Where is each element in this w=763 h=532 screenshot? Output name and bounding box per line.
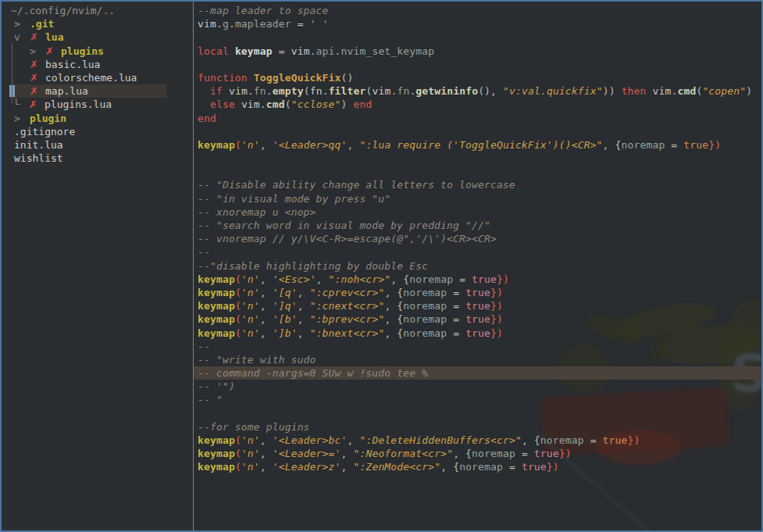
tree-item-colorscheme-lua[interactable]: ✗colorscheme.lua: [2, 71, 193, 84]
editor-line[interactable]: -- vnoremap // y/\V<C-R>=escape(@",'/\')…: [194, 232, 761, 245]
git-modified-icon: ✗: [29, 98, 45, 111]
tree-collapsed-icon: >: [30, 45, 45, 58]
tree-item-wishlist[interactable]: wishlist: [2, 152, 193, 165]
tree-item-lua[interactable]: v✗lua: [2, 30, 193, 44]
tree-item-plugins[interactable]: >✗plugins: [2, 45, 193, 58]
tree-item-gitignore[interactable]: .gitignore: [2, 125, 193, 138]
tree-item-label: basic.lua: [45, 59, 100, 70]
editor-line[interactable]: --map leader to space: [194, 4, 761, 17]
git-modified-icon: ✗: [30, 58, 45, 71]
tree-indent-guide: [12, 43, 12, 103]
tree-corner-icon: └: [13, 98, 29, 111]
editor-line[interactable]: -- "search word in visual mode by preddi…: [194, 219, 761, 232]
tree-item-map-lua[interactable]: ✗map.lua: [2, 84, 193, 98]
tree-item-label: map.lua: [45, 85, 88, 97]
file-tree-panel: ~/.config/nvim/.. >.gitv✗lua>✗plugins✗ba…: [2, 2, 194, 530]
editor-line[interactable]: [194, 125, 761, 138]
editor-line[interactable]: local keymap = vim.api.nvim_set_keymap: [194, 45, 761, 58]
editor-line[interactable]: end: [194, 112, 761, 125]
tree-item-label: plugin: [30, 112, 66, 124]
editor-line[interactable]: -- ": [194, 393, 761, 406]
tree-expanded-icon: v: [14, 30, 30, 44]
tree-item-init-lua[interactable]: init.lua: [2, 138, 193, 152]
tree-item-label: plugins.lua: [45, 98, 112, 110]
editor-line[interactable]: [194, 30, 761, 44]
editor-line[interactable]: keymap('n', '<Leader>bc', ":DeleteHidden…: [194, 434, 761, 447]
tree-item-label: plugins: [61, 45, 104, 57]
code-buffer: --map leader to spacevim.g.mapleader = '…: [194, 4, 761, 474]
editor-line[interactable]: --: [194, 245, 761, 259]
tree-item-label: .git: [30, 18, 54, 30]
tree-item-git[interactable]: >.git: [2, 17, 193, 30]
editor-line[interactable]: keymap('n', ']q', ":cnext<cr>", {noremap…: [194, 299, 761, 312]
git-modified-icon: ✗: [30, 84, 45, 98]
editor-line[interactable]: keymap('n', ']b', ":bnext<cr>", {noremap…: [194, 327, 761, 340]
tree-root-path: ~/.config/nvim/..: [2, 4, 193, 17]
git-modified-icon: ✗: [30, 30, 45, 44]
editor-line[interactable]: vim.g.mapleader = ' ': [194, 17, 761, 30]
tree-item-label: init.lua: [14, 139, 63, 151]
editor-line[interactable]: keymap('n', '<Leader>z', ":ZenMode<cr>",…: [194, 460, 761, 473]
editor-line[interactable]: keymap('n', '<Leader>=', ":Neoformat<cr>…: [194, 447, 761, 460]
tree-item-plugin[interactable]: >plugin: [2, 112, 193, 125]
editor-line[interactable]: [194, 165, 761, 178]
editor-line[interactable]: -- "Disable ability change all letters t…: [194, 178, 761, 191]
nvim-window: ~/.config/nvim/.. >.gitv✗lua>✗plugins✗ba…: [0, 0, 763, 532]
tree-item-label: colorscheme.lua: [45, 72, 137, 84]
editor-cursor-line[interactable]: -- command -nargs=0 SUw w !sudo tee %: [194, 366, 761, 380]
tree-collapsed-icon: >: [14, 17, 30, 30]
tree-item-label: wishlist: [14, 152, 63, 164]
editor-line[interactable]: keymap('n', '<Esc>', ":noh<cr>", {norema…: [194, 273, 761, 286]
editor-line[interactable]: keymap('n', '[b', ":bprev<cr>", {noremap…: [194, 312, 761, 326]
editor-line[interactable]: --for some plugins: [194, 420, 761, 434]
editor-line[interactable]: -- "write with sudo: [194, 353, 761, 366]
editor-line[interactable]: [194, 58, 761, 71]
editor-line[interactable]: if vim.fn.empty(fn.filter(vim.fn.getwini…: [194, 84, 761, 98]
editor-line[interactable]: -- xnoremap u <nop>: [194, 205, 761, 219]
editor-line[interactable]: -- "in visual mode by press "u": [194, 192, 761, 205]
editor-line[interactable]: --"disable highlighting by double Esc: [194, 259, 761, 273]
tree-collapsed-icon: >: [14, 112, 30, 125]
editor-line[interactable]: [194, 407, 761, 420]
editor-line[interactable]: [194, 152, 761, 165]
tree-item-plugins-lua[interactable]: └✗plugins.lua: [2, 98, 193, 111]
git-modified-icon: ✗: [45, 45, 61, 58]
editor-line[interactable]: -- '"): [194, 380, 761, 393]
tree-item-label: lua: [45, 31, 63, 43]
editor-line[interactable]: --: [194, 340, 761, 353]
tree-item-basic-lua[interactable]: ✗basic.lua: [2, 58, 193, 71]
tree-item-label: .gitignore: [14, 126, 75, 137]
tree-items: >.gitv✗lua>✗plugins✗basic.lua✗colorschem…: [2, 17, 193, 165]
editor-pane[interactable]: S --map leader to spacevim.g.mapleader =…: [194, 2, 761, 530]
git-modified-icon: ✗: [30, 71, 45, 84]
editor-line[interactable]: else vim.cmd("cclose") end: [194, 98, 761, 111]
editor-line[interactable]: keymap('n', '[q', ":cprev<cr>", {noremap…: [194, 286, 761, 299]
editor-line[interactable]: keymap('n', '<Leader>qq', ":lua require …: [194, 138, 761, 152]
editor-line[interactable]: function ToggleQuickFix(): [194, 71, 761, 84]
